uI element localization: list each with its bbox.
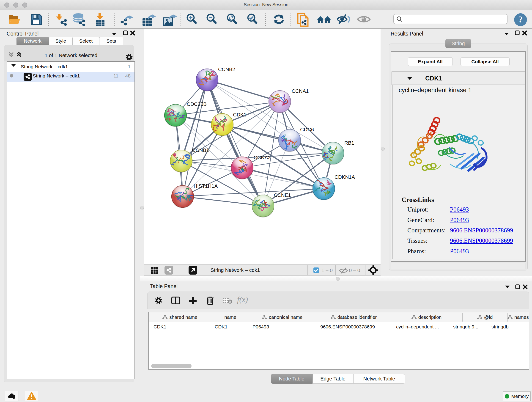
svg-text:RB1: RB1 xyxy=(344,140,354,146)
svg-text:CCNA2: CCNA2 xyxy=(254,155,271,160)
svg-text:CCNB1: CCNB1 xyxy=(192,147,209,153)
svg-text:CCNA1: CCNA1 xyxy=(292,88,309,94)
svg-text:CDK1: CDK1 xyxy=(233,112,247,118)
svg-text:CDKN1A: CDKN1A xyxy=(335,174,355,180)
svg-text:CCNB2: CCNB2 xyxy=(218,66,235,72)
svg-text:CDC25B: CDC25B xyxy=(187,101,207,107)
svg-text:CCNE1: CCNE1 xyxy=(274,192,291,198)
svg-text:CDC6: CDC6 xyxy=(300,127,314,133)
svg-text:HIST1H1A: HIST1H1A xyxy=(194,183,218,189)
